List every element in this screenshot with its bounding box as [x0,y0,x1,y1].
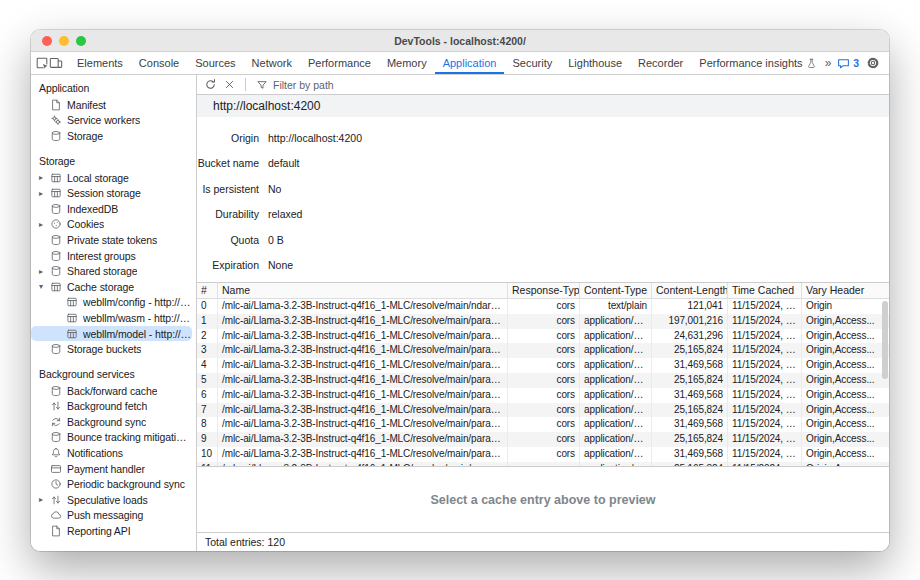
inspect-element-icon[interactable] [35,52,49,74]
cell-response-type: cors [507,432,579,447]
toolbar-separator [245,78,246,91]
metadata-value: default [268,157,300,169]
column-header-response-type[interactable]: Response-Type [507,283,579,298]
sidebar-item-label: Session storage [67,187,141,199]
tab-sources[interactable]: Sources [187,52,243,74]
total-entries-label: Total entries: 120 [205,536,285,548]
sidebar-item-webllm-config-http-loc[interactable]: webllm/config - http://loc... [31,295,192,311]
column-header-[interactable]: # [197,283,217,298]
disclosure-collapsed-icon[interactable]: ▸ [39,495,50,504]
cell-content-length: 31,469,568 [651,447,727,462]
tab-label: Lighthouse [568,57,622,69]
table-icon [50,172,62,184]
tab-application[interactable]: Application [435,52,505,74]
sidebar-item-reporting-api[interactable]: Reporting API [31,523,192,539]
cell-vary-header: Origin,Access... [801,447,889,462]
table-row[interactable]: 9/mlc-ai/Llama-3.2-3B-Instruct-q4f16_1-M… [197,432,889,447]
feedback-badge[interactable]: 3 [837,57,859,70]
filter-funnel-icon [256,79,268,91]
table-row[interactable]: 1/mlc-ai/Llama-3.2-3B-Instruct-q4f16_1-M… [197,314,889,329]
table-row[interactable]: 10/mlc-ai/Llama-3.2-3B-Instruct-q4f16_1-… [197,447,889,462]
table-row[interactable]: 0/mlc-ai/Llama-3.2-3B-Instruct-q4f16_1-M… [197,299,889,314]
tab-lighthouse[interactable]: Lighthouse [560,52,630,74]
sidebar-item-webllm-model-http-loc[interactable]: webllm/model - http://loc... [31,326,192,342]
sidebar-item-storage[interactable]: Storage [31,128,192,144]
kebab-menu-icon[interactable] [887,57,889,70]
cell-content-type: application/oc... [579,329,651,344]
disclosure-expanded-icon[interactable]: ▾ [39,282,50,291]
sidebar-item-background-fetch[interactable]: Background fetch [31,399,192,415]
delete-selected-icon[interactable] [224,79,235,90]
tab-performance[interactable]: Performance [300,52,379,74]
metadata-list: Originhttp://localhost:4200Bucket namede… [197,117,889,282]
tab-network[interactable]: Network [244,52,300,74]
column-header-name[interactable]: Name [217,283,507,298]
sidebar-item-cookies[interactable]: ▸Cookies [31,217,192,233]
sidebar-item-label: Shared storage [67,265,137,277]
cell-content-length: 31,469,568 [651,417,727,432]
table-row[interactable]: 5/mlc-ai/Llama-3.2-3B-Instruct-q4f16_1-M… [197,373,889,388]
cell-time-cached: 11/15/2024, 10... [727,388,801,403]
sidebar-item-interest-groups[interactable]: Interest groups [31,248,192,264]
column-header-content-type[interactable]: Content-Type [579,283,651,298]
sidebar-item-webllm-wasm-http-loca[interactable]: webllm/wasm - http://loca... [31,310,192,326]
disclosure-collapsed-icon[interactable]: ▸ [39,173,50,182]
tab-performance-insights[interactable]: Performance insights [691,52,824,74]
cell-: 10 [197,447,217,462]
table-row[interactable]: 7/mlc-ai/Llama-3.2-3B-Instruct-q4f16_1-M… [197,403,889,418]
tab-security[interactable]: Security [504,52,560,74]
zoom-window-button[interactable] [76,36,86,46]
column-header-time-cached[interactable]: Time Cached [727,283,801,298]
metadata-label: Quota [197,234,259,246]
table-row[interactable]: 6/mlc-ai/Llama-3.2-3B-Instruct-q4f16_1-M… [197,388,889,403]
cell-response-type: cors [507,447,579,462]
sidebar-item-storage-buckets[interactable]: Storage buckets [31,341,192,357]
sidebar-item-shared-storage[interactable]: ▸Shared storage [31,263,192,279]
table-row[interactable]: 8/mlc-ai/Llama-3.2-3B-Instruct-q4f16_1-M… [197,417,889,432]
table-row[interactable]: 3/mlc-ai/Llama-3.2-3B-Instruct-q4f16_1-M… [197,343,889,358]
cache-toolbar: Filter by path [197,75,889,95]
refresh-icon[interactable] [204,78,217,91]
sidebar-item-back-forward-cache[interactable]: Back/forward cache [31,383,192,399]
table-row[interactable]: 2/mlc-ai/Llama-3.2-3B-Instruct-q4f16_1-M… [197,329,889,344]
sidebar-item-local-storage[interactable]: ▸Local storage [31,170,192,186]
tab-recorder[interactable]: Recorder [630,52,691,74]
sidebar-item-periodic-background-sync[interactable]: Periodic background sync [31,476,192,492]
disclosure-collapsed-icon[interactable]: ▸ [39,220,50,229]
more-tabs-button[interactable]: » [825,56,831,70]
sidebar-item-cache-storage[interactable]: ▾Cache storage [31,279,192,295]
column-header-content-length[interactable]: Content-Length [651,283,727,298]
table-row[interactable]: 11/mlc-ai/Llama-3.2-3B-Instruct-q4f16_1-… [197,462,889,467]
tab-elements[interactable]: Elements [69,52,131,74]
sidebar-item-manifest[interactable]: Manifest [31,97,192,113]
disclosure-collapsed-icon[interactable]: ▸ [39,189,50,198]
tab-strip: ElementsConsoleSourcesNetworkPerformance… [69,52,825,74]
device-toolbar-icon[interactable] [49,52,63,74]
sidebar-item-private-state-tokens[interactable]: Private state tokens [31,232,192,248]
sidebar-item-background-sync[interactable]: Background sync [31,414,192,430]
settings-gear-icon[interactable] [866,56,880,70]
filter-by-path-input[interactable]: Filter by path [256,79,334,91]
close-window-button[interactable] [42,36,52,46]
disclosure-collapsed-icon[interactable]: ▸ [39,267,50,276]
sidebar-section-application: Application [31,80,196,97]
cell-vary-header: Origin [801,299,889,314]
column-header-vary-header[interactable]: Vary Header [801,283,889,298]
sidebar-item-notifications[interactable]: Notifications [31,445,192,461]
cell-time-cached: 11/15/2024, 10... [727,403,801,418]
metadata-row-durability: Durabilityrelaxed [197,202,889,228]
tab-console[interactable]: Console [131,52,187,74]
sidebar-item-speculative-loads[interactable]: ▸Speculative loads [31,492,192,508]
table-scrollbar-thumb[interactable] [882,301,888,379]
sidebar-item-bounce-tracking-mitigations[interactable]: Bounce tracking mitigations [31,430,192,446]
table-row[interactable]: 4/mlc-ai/Llama-3.2-3B-Instruct-q4f16_1-M… [197,358,889,373]
sidebar-item-service-workers[interactable]: Service workers [31,113,192,129]
sidebar-item-payment-handler[interactable]: Payment handler [31,461,192,477]
sidebar-item-push-messaging[interactable]: Push messaging [31,508,192,524]
cell-name: /mlc-ai/Llama-3.2-3B-Instruct-q4f16_1-ML… [217,447,507,462]
sidebar-item-session-storage[interactable]: ▸Session storage [31,185,192,201]
table-icon [66,328,78,340]
sidebar-item-indexeddb[interactable]: IndexedDB [31,201,192,217]
tab-memory[interactable]: Memory [379,52,435,74]
minimize-window-button[interactable] [59,36,69,46]
